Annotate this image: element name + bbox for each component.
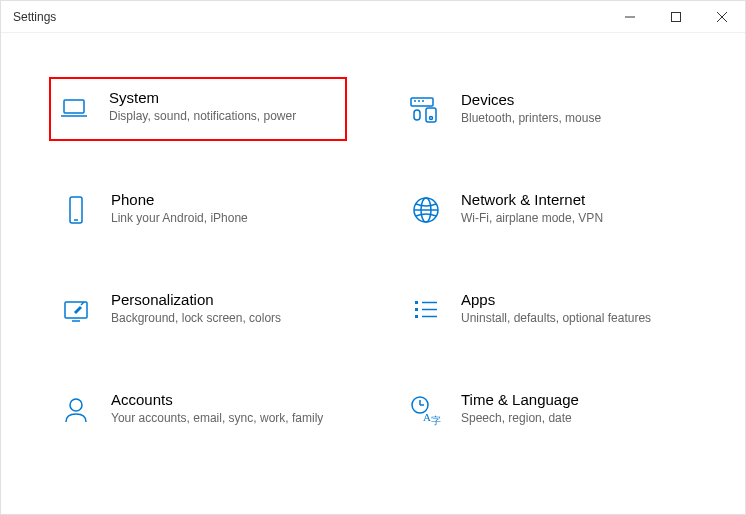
maximize-button[interactable] — [653, 1, 699, 32]
tile-title: Apps — [461, 291, 687, 308]
close-button[interactable] — [699, 1, 745, 32]
svg-text:A: A — [423, 411, 431, 423]
minimize-icon — [625, 12, 635, 22]
tile-time-language[interactable]: A 字 Time & Language Speech, region, date — [403, 383, 693, 435]
maximize-icon — [671, 12, 681, 22]
tile-desc: Link your Android, iPhone — [111, 210, 337, 226]
laptop-icon — [57, 91, 91, 125]
tile-desc: Wi-Fi, airplane mode, VPN — [461, 210, 687, 226]
tile-accounts[interactable]: Accounts Your accounts, email, sync, wor… — [53, 383, 343, 435]
tile-system[interactable]: System Display, sound, notifications, po… — [51, 79, 345, 139]
svg-rect-21 — [415, 301, 418, 304]
tile-text: Accounts Your accounts, email, sync, wor… — [111, 391, 337, 426]
tile-text: Phone Link your Android, iPhone — [111, 191, 337, 226]
globe-icon — [409, 193, 443, 227]
tile-text: Apps Uninstall, defaults, optional featu… — [461, 291, 687, 326]
tile-desc: Your accounts, email, sync, work, family — [111, 410, 337, 426]
svg-rect-13 — [70, 197, 82, 223]
time-language-icon: A 字 — [409, 393, 443, 427]
tile-text: System Display, sound, notifications, po… — [109, 89, 337, 124]
window-title: Settings — [13, 10, 56, 24]
tile-desc: Background, lock screen, colors — [111, 310, 337, 326]
close-icon — [717, 12, 727, 22]
settings-content: System Display, sound, notifications, po… — [1, 33, 745, 455]
tile-title: Phone — [111, 191, 337, 208]
svg-point-11 — [430, 117, 433, 120]
tile-desc: Bluetooth, printers, mouse — [461, 110, 687, 126]
settings-grid: System Display, sound, notifications, po… — [53, 83, 693, 435]
titlebar: Settings — [1, 1, 745, 33]
svg-rect-6 — [411, 98, 433, 106]
accounts-icon — [59, 393, 93, 427]
apps-icon — [409, 293, 443, 327]
svg-rect-12 — [414, 110, 420, 120]
tile-title: Time & Language — [461, 391, 687, 408]
personalization-icon — [59, 293, 93, 327]
tile-title: Devices — [461, 91, 687, 108]
tile-apps[interactable]: Apps Uninstall, defaults, optional featu… — [403, 283, 693, 335]
tile-network-internet[interactable]: Network & Internet Wi-Fi, airplane mode,… — [403, 183, 693, 235]
tile-desc: Display, sound, notifications, power — [109, 108, 337, 124]
tile-devices[interactable]: Devices Bluetooth, printers, mouse — [403, 83, 693, 135]
tile-title: System — [109, 89, 337, 106]
svg-rect-25 — [415, 315, 418, 318]
tile-text: Devices Bluetooth, printers, mouse — [461, 91, 687, 126]
minimize-button[interactable] — [607, 1, 653, 32]
phone-icon — [59, 193, 93, 227]
tile-phone[interactable]: Phone Link your Android, iPhone — [53, 183, 343, 235]
tile-text: Personalization Background, lock screen,… — [111, 291, 337, 326]
tile-text: Network & Internet Wi-Fi, airplane mode,… — [461, 191, 687, 226]
tile-desc: Speech, region, date — [461, 410, 687, 426]
tile-personalization[interactable]: Personalization Background, lock screen,… — [53, 283, 343, 335]
tile-desc: Uninstall, defaults, optional features — [461, 310, 687, 326]
tile-title: Accounts — [111, 391, 337, 408]
tile-text: Time & Language Speech, region, date — [461, 391, 687, 426]
devices-icon — [409, 93, 443, 127]
svg-rect-1 — [672, 12, 681, 21]
svg-rect-4 — [64, 100, 84, 113]
svg-rect-23 — [415, 308, 418, 311]
svg-text:字: 字 — [431, 415, 441, 426]
tile-title: Network & Internet — [461, 191, 687, 208]
window-controls — [607, 1, 745, 32]
tile-title: Personalization — [111, 291, 337, 308]
svg-point-27 — [70, 399, 82, 411]
